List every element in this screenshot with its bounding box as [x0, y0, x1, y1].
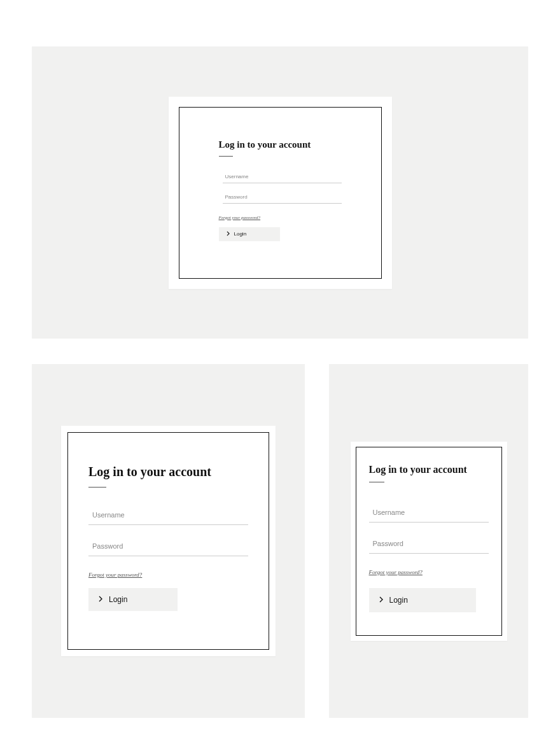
heading-underline	[219, 156, 233, 157]
password-input[interactable]	[369, 534, 489, 554]
login-button-label: Login	[109, 595, 127, 604]
preview-panel-tablet: Log in to your account Forgot your passw…	[32, 364, 305, 718]
login-heading: Log in to your account	[88, 465, 248, 479]
username-input[interactable]	[369, 503, 489, 523]
forgot-password-link[interactable]: Forgot your password?	[88, 572, 142, 578]
login-card-outer: Log in to your account Forgot your passw…	[61, 426, 276, 656]
login-card-inner: Log in to your account Forgot your passw…	[67, 432, 269, 650]
login-button-label: Login	[389, 596, 408, 605]
login-card-outer: Log in to your account Forgot your passw…	[169, 97, 392, 289]
chevron-right-icon	[379, 596, 383, 604]
heading-underline	[369, 482, 384, 482]
login-heading: Log in to your account	[369, 464, 489, 475]
username-input[interactable]	[223, 171, 342, 183]
password-input[interactable]	[88, 537, 248, 556]
login-button-label: Login	[234, 231, 247, 237]
heading-underline	[88, 487, 106, 488]
password-input[interactable]	[223, 191, 342, 204]
forgot-password-link[interactable]: Forgot your password?	[219, 215, 261, 220]
chevron-right-icon	[99, 596, 102, 603]
preview-panel-desktop: Log in to your account Forgot your passw…	[32, 46, 528, 339]
login-form: Log in to your account Forgot your passw…	[369, 464, 489, 612]
login-card-inner: Log in to your account Forgot your passw…	[179, 107, 382, 279]
login-heading: Log in to your account	[219, 139, 342, 150]
login-form: Log in to your account Forgot your passw…	[219, 139, 342, 241]
login-button[interactable]: Login	[88, 588, 178, 611]
login-card-inner: Log in to your account Forgot your passw…	[356, 447, 502, 636]
login-button[interactable]: Login	[369, 588, 476, 612]
username-input[interactable]	[88, 505, 248, 525]
login-button[interactable]: Login	[219, 227, 280, 241]
login-card-outer: Log in to your account Forgot your passw…	[351, 442, 507, 641]
preview-panel-mobile: Log in to your account Forgot your passw…	[329, 364, 528, 718]
chevron-right-icon	[227, 231, 230, 237]
forgot-password-link[interactable]: Forgot your password?	[369, 569, 423, 575]
login-form: Log in to your account Forgot your passw…	[88, 465, 248, 611]
